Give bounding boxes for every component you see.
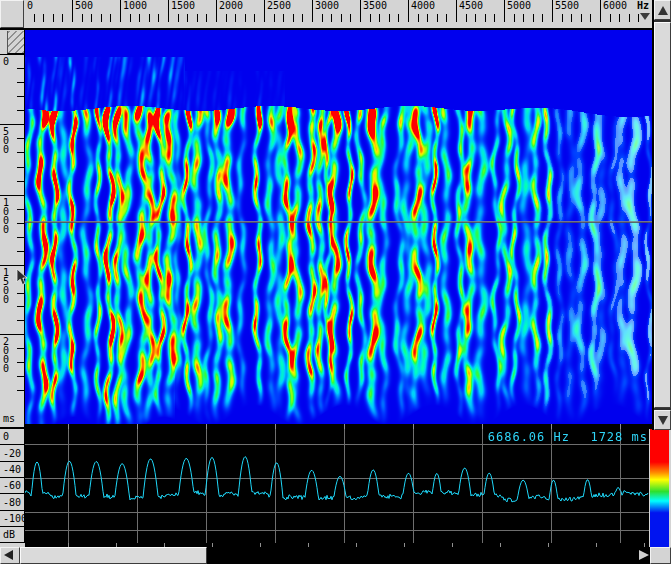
top-ruler-tick-label: 0 <box>27 1 33 11</box>
top-ruler-minor-tick <box>178 14 179 22</box>
top-ruler-minor-tick <box>350 14 351 22</box>
bottom-right-corner <box>650 547 671 564</box>
top-ruler-major-tick <box>264 0 265 22</box>
top-ruler-minor-tick <box>619 14 620 22</box>
top-ruler-major-tick <box>120 0 121 22</box>
mouse-cursor <box>16 268 30 288</box>
top-ruler-minor-tick <box>197 14 198 22</box>
left-ruler-major-tick <box>0 334 24 335</box>
left-ruler-major-tick <box>0 195 24 196</box>
top-ruler-major-tick <box>312 0 313 22</box>
top-ruler-minor-tick <box>514 14 515 22</box>
db-unit-label: dB <box>0 527 24 543</box>
left-ruler-minor-tick <box>17 181 24 182</box>
left-ruler-tick-label: 2 0 0 0 <box>3 337 9 373</box>
top-ruler-minor-tick <box>590 14 591 22</box>
arrow-right-icon <box>639 550 649 560</box>
left-ruler-minor-tick <box>17 110 24 111</box>
frequency-readout: 6686.06 Hz <box>460 431 570 443</box>
left-ruler-minor-tick <box>17 138 24 139</box>
arrow-up-icon <box>658 6 668 15</box>
colormap-legend <box>650 429 669 547</box>
left-ruler-minor-tick <box>17 306 24 307</box>
top-ruler-minor-tick <box>629 14 630 22</box>
top-ruler-minor-tick <box>101 14 102 22</box>
top-ruler-tick-label: 4000 <box>411 1 435 11</box>
top-ruler-tick-label: 5500 <box>555 1 579 11</box>
top-ruler-major-tick <box>168 0 169 22</box>
vscroll-thumb[interactable] <box>654 22 671 408</box>
time-cursor-line[interactable] <box>25 221 652 223</box>
db-tick-label: 0 <box>0 429 24 445</box>
hscroll-right-button[interactable] <box>636 547 650 564</box>
top-ruler-tick-label: 2500 <box>267 1 291 11</box>
top-ruler-tick-label: 4500 <box>459 1 483 11</box>
left-ruler-major-tick <box>0 54 24 55</box>
top-ruler-minor-tick <box>235 14 236 22</box>
top-ruler-minor-tick <box>43 14 44 22</box>
top-ruler-minor-tick <box>638 14 639 22</box>
top-ruler-minor-tick <box>485 14 486 22</box>
top-ruler-minor-tick <box>82 14 83 22</box>
top-ruler-tick-label: 3000 <box>315 1 339 11</box>
hscroll-track[interactable] <box>207 547 636 564</box>
top-ruler-minor-tick <box>331 14 332 22</box>
top-ruler-minor-tick <box>523 14 524 22</box>
top-ruler-minor-tick <box>437 14 438 22</box>
spectrum-canvas[interactable] <box>25 429 649 543</box>
spectrogram-canvas[interactable] <box>25 30 652 424</box>
top-ruler-minor-tick <box>283 14 284 22</box>
top-ruler-minor-tick <box>130 14 131 22</box>
top-ruler-minor-tick <box>533 14 534 22</box>
left-ruler-minor-tick <box>17 390 24 391</box>
top-ruler-minor-tick <box>427 14 428 22</box>
top-ruler-minor-tick <box>206 14 207 22</box>
top-ruler-minor-tick <box>62 14 63 22</box>
top-ruler-tick-label: 1000 <box>123 1 147 11</box>
top-ruler-minor-tick <box>110 14 111 22</box>
top-ruler-minor-tick <box>466 14 467 22</box>
app-window: Hz 0500100015002000250030003500400045005… <box>0 0 671 564</box>
vscroll-down-button[interactable] <box>654 410 671 430</box>
top-ruler-minor-tick <box>158 14 159 22</box>
top-ruler[interactable]: Hz 0500100015002000250030003500400045005… <box>25 0 652 30</box>
db-tick-label: -100 <box>0 511 24 527</box>
top-ruler-major-tick <box>360 0 361 22</box>
db-tick-label: -60 <box>0 478 24 494</box>
hscroll-left-button[interactable] <box>0 547 20 564</box>
top-ruler-minor-tick <box>322 14 323 22</box>
top-ruler-minor-tick <box>53 14 54 22</box>
left-ruler[interactable]: ms 05 0 01 0 0 01 5 0 02 0 0 0 <box>0 30 25 429</box>
top-ruler-minor-tick <box>475 14 476 22</box>
top-ruler-minor-tick <box>274 14 275 22</box>
top-ruler-minor-tick <box>398 14 399 22</box>
top-ruler-tick-label: 500 <box>75 1 93 11</box>
arrow-left-icon <box>4 550 13 560</box>
vscroll-up-button[interactable] <box>654 0 671 20</box>
frequency-unit-label: Hz <box>637 1 649 11</box>
top-ruler-major-tick <box>600 0 601 22</box>
hscroll-thumb[interactable] <box>20 547 207 564</box>
db-tick-label: -80 <box>0 494 24 511</box>
left-ruler-major-tick <box>0 265 24 266</box>
db-tick-label: -20 <box>0 445 24 462</box>
time-unit-label: ms <box>3 414 15 424</box>
top-ruler-minor-tick <box>571 14 572 22</box>
top-ruler-major-tick <box>216 0 217 22</box>
ruler-position-marker-icon[interactable] <box>640 13 650 20</box>
top-ruler-minor-tick <box>293 14 294 22</box>
top-ruler-minor-tick <box>187 14 188 22</box>
left-ruler-minor-tick <box>17 376 24 377</box>
top-ruler-major-tick <box>72 0 73 22</box>
top-ruler-minor-tick <box>91 14 92 22</box>
top-ruler-major-tick <box>456 0 457 22</box>
left-ruler-minor-tick <box>17 320 24 321</box>
top-ruler-minor-tick <box>542 14 543 22</box>
pre-zero-hatch <box>7 31 24 54</box>
top-ruler-minor-tick <box>562 14 563 22</box>
left-ruler-minor-tick <box>17 223 24 224</box>
top-ruler-minor-tick <box>302 14 303 22</box>
ruler-corner[interactable] <box>0 0 24 28</box>
left-ruler-minor-tick <box>17 96 24 97</box>
left-ruler-minor-tick <box>17 251 24 252</box>
